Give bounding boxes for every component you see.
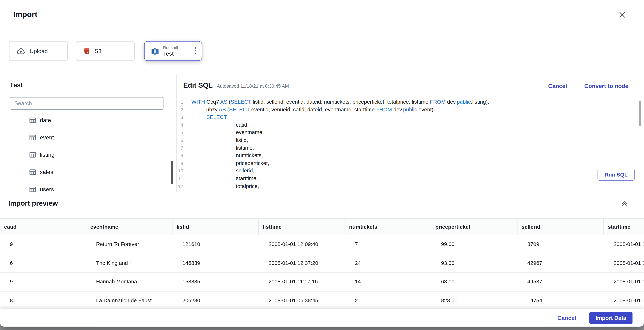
table-cell: 2008-01-01 1 <box>604 273 644 291</box>
redshift-card-name: Test <box>163 50 178 57</box>
cancel-sql-link[interactable]: Cancel <box>548 83 567 89</box>
table-cell: 14754 <box>518 291 604 310</box>
redshift-icon <box>151 47 159 55</box>
import-data-button[interactable]: Import Data <box>590 312 632 324</box>
table-cell: 2008-01-01 06:38:45 <box>259 291 345 310</box>
cloud-upload-icon <box>16 48 26 55</box>
table-cell: 2008-01-01 12:37:20 <box>259 254 345 272</box>
line-number: 7 <box>177 144 183 152</box>
kebab-icon <box>194 47 196 55</box>
cancel-button[interactable]: Cancel <box>558 315 576 321</box>
table-cell: 2008-01-01 11:17:16 <box>259 273 345 291</box>
sidebar-table-item-listing[interactable]: listing <box>0 146 176 163</box>
table-cell: 2008-01-01 12:09:40 <box>259 235 345 254</box>
table-row: 9Return To Forever1216102008-01-01 12:09… <box>0 235 644 254</box>
table-name: event <box>40 134 54 141</box>
sql-code-line: catid, <box>191 121 489 129</box>
preview-table-header: catideventnamelistidlisttimenumticketspr… <box>0 218 644 235</box>
sidebar-table-item-users[interactable]: users <box>0 181 176 192</box>
line-number: 13 <box>177 190 183 192</box>
upload-card[interactable]: Upload <box>9 41 68 61</box>
sql-code-line: listid, <box>191 136 489 144</box>
upload-card-label: Upload <box>30 48 48 54</box>
line-number: 5 <box>177 129 183 136</box>
preview-table-body: 9Return To Forever1216102008-01-01 12:09… <box>0 235 644 310</box>
sidebar-table-item-event[interactable]: event <box>0 129 176 146</box>
sql-editor[interactable]: 12345678910111213 WITH Ccq7 AS (SELECT l… <box>177 98 644 192</box>
column-header-sellerid: sellerid <box>518 219 604 235</box>
table-icon <box>29 134 36 141</box>
sql-code-line: uhzy AS (SELECT eventid, venueid, catid,… <box>191 106 489 113</box>
column-header-numtickets: numtickets <box>345 219 431 235</box>
column-header-listtime: listtime <box>259 219 345 235</box>
edit-sql-header: Edit SQL Autosaved 11/18/21 at 8:30:45 A… <box>183 82 289 90</box>
table-list: dateeventlistingsalesusers <box>0 111 176 192</box>
table-cell: 146839 <box>172 254 259 272</box>
sql-code-line: eventname, <box>191 129 489 136</box>
table-name: users <box>40 186 54 192</box>
table-cell: 153835 <box>172 273 259 291</box>
redshift-card[interactable]: Redshift Test <box>144 41 202 61</box>
s3-card[interactable]: S3 <box>76 41 135 61</box>
edit-sql-title: Edit SQL <box>183 82 212 90</box>
convert-to-node-link[interactable]: Convert to node <box>584 83 628 89</box>
table-cell: 49537 <box>518 273 604 291</box>
collapse-preview-button[interactable] <box>621 200 628 209</box>
table-cell: 9 <box>0 273 86 291</box>
redshift-card-text: Redshift Test <box>163 45 178 57</box>
modal-scrollbar[interactable] <box>639 101 641 126</box>
table-cell: The King and I <box>86 254 172 272</box>
line-number: 8 <box>177 152 183 159</box>
column-header-eventname: eventname <box>86 219 172 235</box>
sidebar: Test dateeventlistingsalesusers <box>0 75 177 192</box>
search-input[interactable] <box>10 97 164 110</box>
line-number: 10 <box>177 167 183 175</box>
table-row: 9Hannah Montana1538352008-01-01 11:17:16… <box>0 273 644 291</box>
line-number: 12 <box>177 183 183 190</box>
table-cell: 9 <box>0 235 86 254</box>
run-sql-button[interactable]: Run SQL <box>598 169 635 181</box>
table-cell: 14 <box>345 273 431 291</box>
table-name: date <box>40 117 51 123</box>
modal-header: Import <box>0 0 644 29</box>
sql-code-line: starttime, <box>191 175 489 182</box>
table-cell: 6 <box>0 254 86 272</box>
close-icon <box>619 13 626 19</box>
import-preview-section: Import preview catideventnamelistidlistt… <box>0 192 644 326</box>
kebab-menu-button[interactable] <box>194 46 198 56</box>
s3-icon <box>83 47 90 55</box>
table-icon <box>29 186 36 192</box>
sidebar-table-item-sales[interactable]: sales <box>0 163 176 181</box>
table-cell: 24 <box>345 254 431 272</box>
table-cell: 2008-01-01 1 <box>604 254 644 272</box>
sql-code-line: priceperticket, <box>191 159 489 167</box>
line-number: 4 <box>177 121 183 129</box>
close-button[interactable] <box>618 11 627 20</box>
import-modal-screen: Import Upload <box>0 0 644 330</box>
column-header-listid: listid <box>172 219 259 235</box>
s3-card-label: S3 <box>94 48 102 54</box>
table-cell: 99.00 <box>431 235 518 254</box>
sql-code[interactable]: WITH Ccq7 AS (SELECT listid, sellerid, e… <box>183 98 489 192</box>
table-cell: 121610 <box>172 235 259 254</box>
sql-code-line: venueid, <box>191 190 489 192</box>
table-cell: 8 <box>0 291 86 310</box>
connection-name-heading: Test <box>10 82 23 89</box>
column-header-priceperticket: priceperticket <box>431 219 518 235</box>
table-cell: 2008-01-01 0 <box>604 291 644 310</box>
line-number: 2 <box>177 106 183 113</box>
table-cell: 206280 <box>172 291 259 310</box>
table-cell: Return To Forever <box>86 235 172 254</box>
sql-gutter: 12345678910111213 <box>177 98 183 192</box>
line-number: 9 <box>177 159 183 167</box>
table-icon <box>29 169 36 176</box>
sidebar-table-item-date[interactable]: date <box>0 111 176 129</box>
sidebar-scrollbar[interactable] <box>171 161 173 184</box>
column-header-catid: catid <box>0 219 86 235</box>
sql-code-line: SELECT <box>191 113 489 121</box>
chevron-double-up-icon <box>621 202 628 208</box>
import-preview-title: Import preview <box>8 200 58 208</box>
line-number: 3 <box>177 113 183 121</box>
table-icon <box>29 151 36 158</box>
import-modal: Import Upload <box>0 0 644 326</box>
